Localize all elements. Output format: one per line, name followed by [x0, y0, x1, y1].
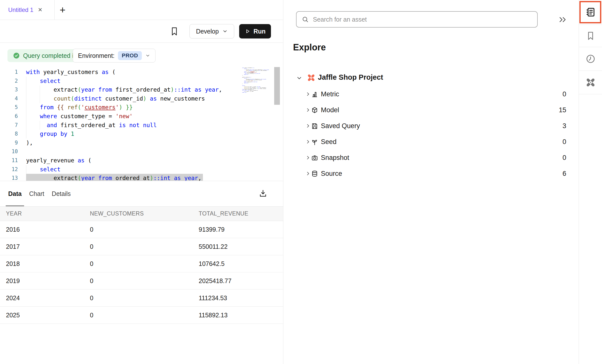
chevron-right-icon[interactable] [305, 92, 310, 98]
code-line[interactable]: extract(year from ordered_at)::int as ye… [26, 174, 240, 181]
source-icon [311, 170, 318, 179]
new-tab-button[interactable]: + [57, 0, 69, 20]
results-tab-bar: DataChartDetails [8, 181, 71, 206]
tree-item-label: Snapshot [321, 154, 349, 162]
tree-item-metric[interactable]: Metric0 [293, 86, 579, 102]
asset-search-box[interactable] [296, 11, 538, 28]
snapshot-icon [311, 154, 318, 163]
catalog-panel-button[interactable] [579, 1, 601, 23]
code-line[interactable]: extract(year from first_ordered_at)::int… [26, 85, 240, 94]
collapse-panel-icon[interactable] [558, 15, 569, 24]
search-input[interactable] [313, 16, 532, 23]
bookmarks-panel-button[interactable] [579, 25, 602, 47]
search-icon [301, 16, 309, 23]
chevron-down-icon[interactable] [297, 75, 302, 82]
develop-dropdown[interactable]: Develop [189, 24, 234, 38]
results-table-header: YEARNEW_CUSTOMERSTOTAL_REVENUE [0, 206, 283, 221]
chevron-right-icon[interactable] [305, 171, 310, 177]
table-cell: 111234.53 [199, 294, 283, 302]
editor-minimap[interactable]: with yearly_customers as ( select extrac… [242, 68, 273, 179]
table-row[interactable]: 2016091399.79 [0, 221, 283, 238]
code-line[interactable]: group by 1 [26, 130, 240, 139]
tree-item-source[interactable]: Source6 [293, 166, 579, 182]
table-cell: 2016 [6, 226, 90, 233]
sql-code-editor[interactable]: 1234567891011121314151617181920212223242… [0, 66, 283, 181]
table-cell: 115892.13 [199, 312, 283, 319]
code-line[interactable]: count(distinct customer_id) as new_custo… [26, 94, 240, 103]
code-line[interactable]: from {{ ref('customers') }} [26, 103, 240, 112]
tree-item-label: Seed [321, 138, 337, 146]
code-content[interactable]: with yearly_customers as ( select extrac… [26, 68, 240, 181]
selected-text: extract(year from ordered_at)::int as ye… [26, 174, 203, 181]
tree-item-count: 6 [563, 170, 566, 178]
line-number: 1 [0, 68, 18, 77]
code-line[interactable]: with yearly_customers as ( [26, 68, 240, 77]
model-icon [311, 107, 318, 115]
chevron-right-icon[interactable] [305, 108, 310, 113]
tree-item-snapshot[interactable]: Snapshot0 [293, 150, 579, 166]
table-cell: 0 [90, 243, 199, 250]
table-cell: 2019 [6, 277, 90, 285]
clock-icon [585, 54, 596, 64]
column-header: YEAR [6, 210, 90, 217]
tree-item-count: 0 [563, 138, 566, 146]
table-cell: 0 [90, 260, 199, 267]
table-row[interactable]: 201902025418.77 [0, 272, 283, 290]
results-table-body: 2016091399.7920170550011.2220180107642.5… [0, 221, 283, 324]
chevron-right-icon[interactable] [305, 155, 310, 161]
tab-untitled-1[interactable]: Untitled 1 ✕ [0, 0, 55, 20]
minimap-line: order by 1 [242, 92, 273, 93]
table-row[interactable]: 20250115892.13 [0, 307, 283, 324]
column-header: TOTAL_REVENUE [199, 210, 283, 217]
project-tree-item[interactable]: Jaffle Shop Project [293, 72, 579, 83]
play-icon [245, 28, 251, 34]
query-status-bar: Query completed in 4s Environment: PROD [0, 43, 283, 66]
panel-divider[interactable] [283, 0, 283, 364]
results-panel: DataChartDetails YEARNEW_CUSTOMERSTOTAL_… [0, 181, 283, 364]
history-panel-button[interactable] [579, 48, 602, 70]
tree-item-model[interactable]: Model15 [293, 102, 579, 118]
code-line[interactable]: ), [26, 139, 240, 147]
dbt-copilot-icon [585, 77, 596, 88]
table-cell: 2025418.77 [199, 277, 283, 285]
tree-item-count: 15 [559, 106, 566, 114]
editor-scrollbar[interactable] [274, 67, 280, 105]
chevron-right-icon[interactable] [305, 123, 310, 129]
tree-item-label: Source [321, 170, 342, 178]
line-number: 9 [0, 139, 18, 147]
rail-separator [579, 71, 602, 71]
tree-item-saved-query[interactable]: Saved Query3 [293, 118, 579, 134]
download-icon[interactable] [258, 189, 268, 199]
metric-icon [311, 91, 318, 99]
editor-toolbar: Develop Run [0, 20, 283, 43]
table-row[interactable]: 20240111234.53 [0, 290, 283, 307]
results-tab-chart[interactable]: Chart [29, 181, 44, 206]
table-cell: 91399.79 [199, 226, 283, 233]
results-tab-details[interactable]: Details [52, 181, 71, 206]
bookmark-icon[interactable] [169, 26, 179, 36]
tree-item-count: 0 [563, 90, 566, 98]
table-row[interactable]: 20180107642.5 [0, 255, 283, 272]
dbt-copilot-panel-button[interactable] [579, 72, 602, 93]
line-number: 6 [0, 112, 18, 121]
table-row[interactable]: 20170550011.22 [0, 238, 283, 255]
seed-icon [311, 138, 318, 147]
code-line[interactable]: select [26, 165, 240, 174]
environment-dropdown[interactable]: Environment: PROD [73, 49, 155, 63]
code-line[interactable] [26, 147, 240, 156]
line-number: 11 [0, 156, 18, 165]
chevron-right-icon[interactable] [305, 139, 310, 145]
code-line[interactable]: and first_ordered_at is not null [26, 121, 240, 130]
line-number: 10 [0, 147, 18, 156]
tree-item-count: 0 [563, 154, 566, 162]
editor-tab-bar: Untitled 1 ✕ + [0, 0, 283, 20]
code-line[interactable]: where customer_type = 'new' [26, 112, 240, 121]
dbt-logo-icon [307, 73, 315, 83]
close-tab-icon[interactable]: ✕ [38, 7, 42, 13]
code-line[interactable]: yearly_revenue as ( [26, 156, 240, 165]
results-tab-data[interactable]: Data [8, 181, 22, 206]
run-label: Run [254, 28, 266, 35]
run-button[interactable]: Run [239, 24, 271, 38]
code-line[interactable]: select [26, 77, 240, 86]
tree-item-seed[interactable]: Seed0 [293, 134, 579, 150]
